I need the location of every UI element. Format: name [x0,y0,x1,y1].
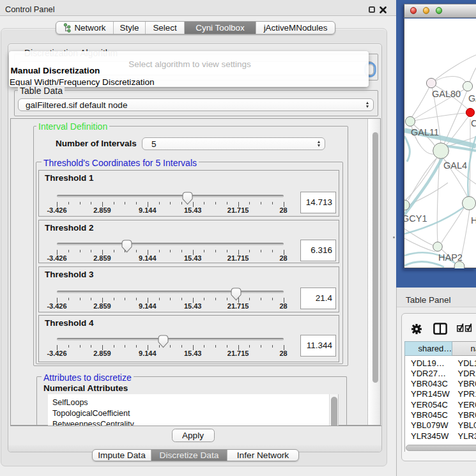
svg-text:C: C [471,118,476,128]
svg-text:GAL4: GAL4 [443,160,467,171]
svg-text:GA: GA [468,93,476,104]
svg-text:GAL80: GAL80 [432,89,461,99]
svg-text:H: H [471,215,476,226]
svg-text:GCY1: GCY1 [404,213,427,224]
svg-text:GAL11: GAL11 [411,127,439,137]
svg-text:HAP2: HAP2 [438,252,463,263]
